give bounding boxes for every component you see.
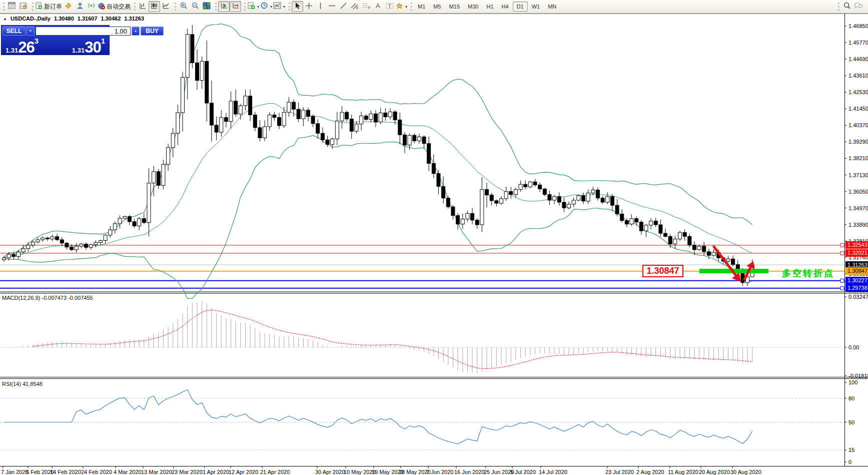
candle-body: [360, 116, 363, 124]
candle-body: [46, 238, 49, 239]
trendline-button[interactable]: [338, 1, 349, 12]
volume-decrease-button[interactable]: ▼: [27, 27, 35, 36]
search-button[interactable]: [841, 1, 852, 12]
timeframe-button-mn[interactable]: MN: [544, 2, 560, 12]
channel-button[interactable]: E: [349, 1, 361, 12]
chevron-down-icon: ▾: [270, 5, 272, 9]
candle-body: [56, 237, 59, 240]
tile-windows-icon: [203, 2, 211, 12]
chart-shift-icon: [232, 2, 240, 12]
market-watch-icon: [8, 2, 16, 11]
candle-body: [104, 235, 107, 241]
toolbar-group-trade: 新订单 自动交易: [31, 0, 133, 13]
candle-body: [311, 117, 315, 124]
main-toolbar: 新订单 自动交易: [0, 0, 868, 14]
candle-body: [524, 184, 527, 187]
text-button[interactable]: A: [372, 1, 384, 12]
sell-button[interactable]: SELL: [3, 27, 26, 36]
timeframe-button-m15[interactable]: M15: [445, 2, 464, 12]
candlestick-chart-button[interactable]: [149, 1, 160, 12]
buy-button[interactable]: BUY: [141, 27, 164, 36]
svg-text:A: A: [376, 2, 380, 10]
candle-body: [437, 174, 440, 187]
candle-body: [577, 196, 580, 200]
fibonacci-button[interactable]: F: [361, 1, 372, 12]
chart-shift-button[interactable]: [230, 1, 241, 12]
vertical-line-icon: [317, 2, 324, 12]
volume-input[interactable]: [36, 27, 131, 36]
chevron-down-icon: ▾: [257, 5, 259, 9]
chevron-down-icon: ▾: [283, 5, 285, 9]
collapse-trade-panel-icon[interactable]: ▲: [3, 17, 7, 21]
candle-body: [350, 119, 353, 131]
macd-axis-label: -0.018182: [848, 373, 868, 379]
candle-body: [379, 113, 382, 122]
timeframe-button-m5[interactable]: M5: [429, 2, 445, 12]
auto-scroll-button[interactable]: [218, 1, 230, 12]
candle-body: [12, 254, 16, 257]
chevron-down-icon: ▾: [405, 5, 407, 9]
text-label-button[interactable]: T: [384, 1, 395, 12]
candle-body: [234, 101, 238, 114]
timeframe-button-h4[interactable]: H4: [498, 2, 513, 12]
buy-price[interactable]: 1.31301: [72, 37, 105, 57]
hline-handle[interactable]: [840, 243, 844, 247]
crosshair-button[interactable]: [303, 1, 315, 12]
chart-canvas[interactable]: 1.468501.457701.446901.436101.425301.414…: [0, 14, 868, 475]
support-price-callout[interactable]: 1.30847: [642, 265, 683, 277]
timeframe-button-d1[interactable]: D1: [513, 2, 528, 12]
toolbar-group-timeframes: M1M5M15M30H1H4D1W1MN: [410, 0, 562, 13]
sell-price-big: 26: [18, 39, 34, 56]
timeframe-button-m30[interactable]: M30: [464, 2, 482, 12]
candle-body: [31, 242, 35, 245]
sell-price[interactable]: 1.31263: [6, 37, 39, 57]
turning-point-annotation[interactable]: 多空转折点: [782, 267, 834, 279]
candle-body: [514, 190, 517, 195]
volume-increase-button[interactable]: ▲: [132, 27, 140, 36]
timeframe-button-w1[interactable]: W1: [528, 2, 544, 12]
periods-button[interactable]: ▾: [260, 1, 273, 12]
candle-body: [113, 224, 117, 230]
date-axis-label: 11 Aug 2020: [668, 469, 698, 475]
autotrading-button[interactable]: 自动交易: [97, 1, 131, 12]
signals-button[interactable]: [86, 1, 97, 12]
bar-chart-button[interactable]: [137, 1, 149, 12]
candle-body: [118, 218, 122, 224]
chart-profile-icon: [273, 2, 281, 11]
candle-body: [480, 190, 484, 225]
timeframe-button-h1[interactable]: H1: [482, 2, 497, 12]
date-axis-label: 13 Mar 2020: [141, 469, 172, 475]
candle-body: [60, 240, 64, 243]
candle-body: [461, 219, 464, 224]
candle-body: [224, 118, 228, 122]
horizontal-line-button[interactable]: [326, 1, 338, 12]
macd-indicator-label: MACD(12,26,9) -0.007473 -0.007455: [2, 295, 93, 301]
price-axis-label: 1.44690: [848, 56, 868, 62]
strategy-tester-button[interactable]: [18, 1, 29, 12]
new-chart-button[interactable]: ▾: [247, 1, 260, 12]
profiles-button[interactable]: ▾: [273, 1, 286, 12]
candle-body: [253, 115, 257, 128]
candle-body: [306, 110, 310, 117]
cursor-button[interactable]: [292, 1, 303, 12]
zoom-out-button[interactable]: [189, 1, 201, 12]
chat-button[interactable]: [852, 1, 864, 12]
shapes-button[interactable]: ▾: [395, 1, 408, 12]
price-axis-label: 1.43610: [848, 73, 868, 79]
hline-handle[interactable]: [840, 279, 844, 282]
hline-handle[interactable]: [840, 286, 844, 290]
new-order-button[interactable]: 新订单: [35, 1, 63, 12]
rsi-indicator-label: RSI(14) 41.8548: [2, 381, 43, 387]
hline-handle[interactable]: [840, 251, 844, 255]
vertical-line-button[interactable]: [315, 1, 326, 12]
line-chart-button[interactable]: [160, 1, 172, 12]
metaeditor-button[interactable]: [63, 1, 74, 12]
price-axis-label: 1.46850: [848, 23, 868, 29]
navigator-button[interactable]: [74, 1, 86, 12]
timeframe-button-m1[interactable]: M1: [414, 2, 429, 12]
chart-window[interactable]: 1.468501.457701.446901.436101.425301.414…: [0, 14, 868, 475]
candle-body: [673, 239, 677, 244]
tile-windows-button[interactable]: [201, 1, 212, 12]
zoom-in-button[interactable]: [178, 1, 189, 12]
market-watch-button[interactable]: [6, 1, 18, 12]
